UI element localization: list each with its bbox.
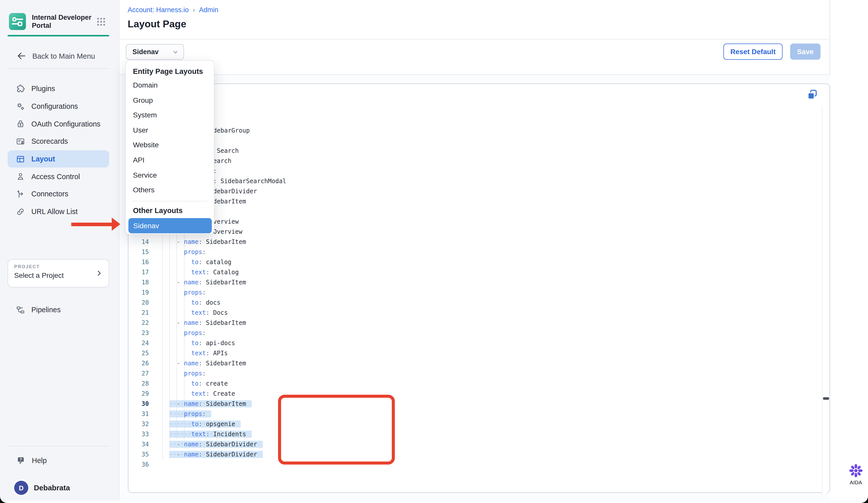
gears-icon xyxy=(16,101,25,111)
line-number: 14 xyxy=(128,237,149,247)
layout-select[interactable]: Sidenav xyxy=(126,44,184,60)
breadcrumb-admin-link[interactable]: Admin xyxy=(199,6,218,14)
menu-item-service[interactable]: Service xyxy=(126,168,214,183)
menu-item-user[interactable]: User xyxy=(126,123,214,138)
sidebar-nav-secondary: Pipelines xyxy=(8,301,109,319)
menu-item-system[interactable]: System xyxy=(126,108,214,123)
line-number: 28 xyxy=(128,379,149,389)
line-number: 18 xyxy=(128,277,149,288)
menu-divider xyxy=(132,201,208,201)
code-line[interactable]: text: Catalog xyxy=(162,267,286,277)
line-number: 29 xyxy=(128,389,149,399)
reset-default-button[interactable]: Reset Default xyxy=(723,43,783,60)
breadcrumb-account-link[interactable]: Account: Harness.io xyxy=(128,6,189,14)
line-number: 20 xyxy=(128,298,149,308)
code-line[interactable] xyxy=(162,460,286,470)
code-line[interactable]: to: api-docs xyxy=(162,338,286,348)
line-number: 25 xyxy=(128,348,149,358)
code-line[interactable]: ····props: xyxy=(162,409,286,419)
code-line[interactable]: - name: SidebarItem xyxy=(162,277,286,288)
sidebar-item-configurations[interactable]: Configurations xyxy=(8,98,109,115)
menu-group-header: Entity Page Layouts xyxy=(126,65,214,78)
code-line[interactable]: to: create xyxy=(162,379,286,389)
sidebar-item-label: Layout xyxy=(31,155,55,163)
line-number: 30 xyxy=(128,399,149,409)
yaml-editor-panel: 1234567891011121314151617181920212223242… xyxy=(128,83,830,493)
code-line[interactable]: props: xyxy=(162,288,286,298)
sidebar-item-oauth-configurations[interactable]: OAuth Configurations xyxy=(8,115,109,133)
page-title: Layout Page xyxy=(128,18,186,30)
line-number: 33 xyxy=(128,429,149,439)
menu-item-domain[interactable]: Domain xyxy=(126,78,214,93)
menu-item-group[interactable]: Group xyxy=(126,93,214,108)
editor-scrollbar-track[interactable] xyxy=(822,106,829,493)
line-number: 34 xyxy=(128,439,149,449)
code-line[interactable]: - name: SidebarItem xyxy=(162,358,286,369)
aida-widget[interactable]: AIDA xyxy=(844,463,868,485)
line-number: 17 xyxy=(128,267,149,277)
sidebar-divider-bottom xyxy=(8,446,109,446)
chevron-right-icon xyxy=(95,270,103,277)
back-arrow-icon xyxy=(16,51,27,61)
layout-select-menu: Entity Page Layouts DomainGroupSystemUse… xyxy=(125,60,214,234)
header-divider xyxy=(119,39,830,39)
project-value: Select a Project xyxy=(14,271,103,279)
help-icon: ? xyxy=(16,455,26,465)
breadcrumb-separator-icon: › xyxy=(193,6,195,14)
sidebar-item-plugins[interactable]: Plugins xyxy=(8,80,109,98)
code-line[interactable]: - name: SidebarItem xyxy=(162,237,286,247)
code-line[interactable]: text: Docs xyxy=(162,308,286,318)
layout-icon xyxy=(16,154,25,164)
copy-icon[interactable] xyxy=(806,89,818,101)
code-line[interactable]: text: APIs xyxy=(162,348,286,358)
menu-item-website[interactable]: Website xyxy=(126,138,214,153)
code-line[interactable]: ······to:·opsgenie xyxy=(162,419,286,429)
menu-item-sidenav[interactable]: Sidenav xyxy=(128,218,211,233)
lock-icon xyxy=(16,119,25,129)
code-line[interactable]: props: xyxy=(162,328,286,338)
sidebar-item-pipelines[interactable]: Pipelines xyxy=(8,301,109,319)
code-line[interactable]: ··-·name:·SidebarDivider xyxy=(162,449,286,460)
code-line[interactable]: - name: SidebarItem xyxy=(162,318,286,328)
code-line[interactable]: props: xyxy=(162,247,286,257)
sidebar-item-label: Plugins xyxy=(31,85,55,93)
sidebar-item-scorecards[interactable]: Scorecards xyxy=(8,133,109,150)
code-line[interactable]: ··-·name:·SidebarItem xyxy=(162,399,286,409)
back-to-main-menu[interactable]: Back to Main Menu xyxy=(16,51,95,61)
back-label: Back to Main Menu xyxy=(32,52,95,60)
sidebar-item-layout[interactable]: Layout xyxy=(8,150,109,168)
help-button[interactable]: ? Help xyxy=(16,455,47,465)
editor-scrollbar-thumb[interactable] xyxy=(823,397,829,400)
app-grid-icon[interactable] xyxy=(96,17,106,26)
breadcrumb: Account: Harness.io › Admin xyxy=(128,6,218,14)
help-label: Help xyxy=(32,456,47,464)
brand-accent-bar xyxy=(8,35,109,37)
save-button[interactable]: Save xyxy=(790,43,820,60)
menu-group-header: Other Layouts xyxy=(126,204,214,217)
annotation-red-arrow-shaft xyxy=(71,223,112,226)
sidebar-item-label: Scorecards xyxy=(31,138,68,145)
code-line[interactable]: ··-·name:·SidebarDivider xyxy=(162,439,286,449)
sidebar-item-url-allow-list[interactable]: URL Allow List xyxy=(8,203,109,220)
user-name: Debabrata xyxy=(34,484,70,492)
code-line[interactable]: to: catalog xyxy=(162,257,286,267)
code-line[interactable]: props: xyxy=(162,369,286,379)
code-line[interactable]: to: docs xyxy=(162,298,286,308)
line-number: 16 xyxy=(128,257,149,267)
line-number: 21 xyxy=(128,308,149,318)
brand: Internal Developer Portal xyxy=(9,13,92,30)
sidebar-item-label: Configurations xyxy=(31,102,78,110)
avatar: D xyxy=(14,481,28,495)
project-selector[interactable]: PROJECT Select a Project xyxy=(8,259,109,288)
selection-highlight: ····props: xyxy=(169,410,211,418)
line-number: 27 xyxy=(128,369,149,379)
sidebar-item-access-control[interactable]: Access Control xyxy=(8,168,109,185)
aida-label: AIDA xyxy=(844,479,868,485)
sidebar-item-connectors[interactable]: Connectors xyxy=(8,185,109,203)
code-line[interactable]: ······text:·Incidents xyxy=(162,429,286,439)
menu-item-others[interactable]: Others xyxy=(126,183,214,198)
menu-item-api[interactable]: API xyxy=(126,153,214,168)
code-line[interactable]: text: Create xyxy=(162,389,286,399)
user-menu[interactable]: D Debabrata xyxy=(14,481,70,495)
line-number: 15 xyxy=(128,247,149,257)
